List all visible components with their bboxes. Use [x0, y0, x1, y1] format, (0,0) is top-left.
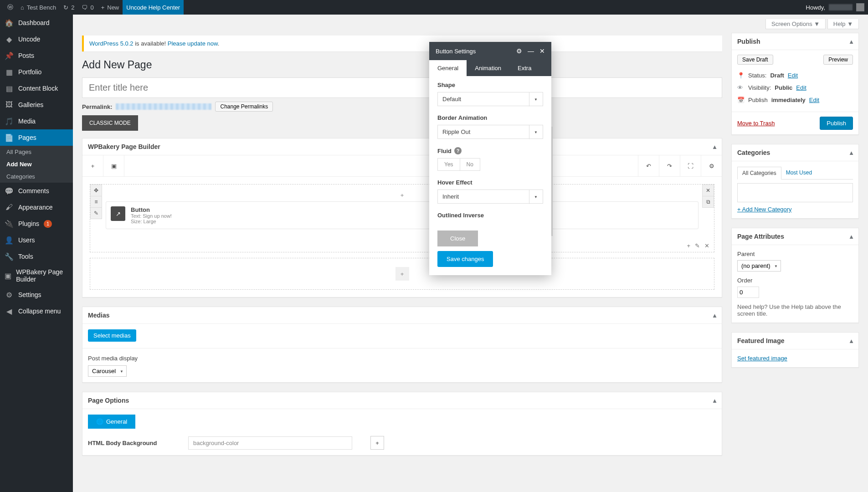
help-icon[interactable]: ? — [454, 147, 462, 154]
main-content: Screen Options ▼ Help ▼ WordPress 5.0.2 … — [73, 15, 868, 492]
fluid-no[interactable]: No — [460, 158, 480, 171]
row-delete[interactable]: ✕ — [702, 184, 714, 196]
publish-button[interactable]: Publish — [820, 117, 853, 130]
vc-undo[interactable]: ↶ — [638, 155, 659, 176]
vc-templates[interactable]: ▣ — [103, 155, 124, 176]
row-clone[interactable]: ⧉ — [702, 196, 714, 208]
tools-icon: 🔧 — [5, 252, 14, 261]
screen-options-tab[interactable]: Screen Options ▼ — [765, 19, 826, 29]
tab-all-categories[interactable]: All Categories — [737, 167, 781, 179]
modal-settings-icon[interactable]: ⚙ — [516, 47, 522, 55]
menu-tools[interactable]: 🔧Tools — [0, 248, 73, 265]
tab-most-used[interactable]: Most Used — [781, 167, 817, 179]
edit-status-link[interactable]: Edit — [788, 72, 798, 79]
preview-button[interactable]: Preview — [823, 55, 853, 65]
plus-icon: + — [401, 192, 404, 199]
save-draft-button[interactable]: Save Draft — [737, 55, 773, 65]
col-add[interactable]: + — [687, 242, 690, 249]
element-name: Button — [131, 206, 172, 213]
collapse-menu[interactable]: ◀Collapse menu — [0, 303, 73, 319]
modal-tab-animation[interactable]: Animation — [467, 60, 509, 76]
menu-plugins[interactable]: 🔌Plugins 1 — [0, 215, 73, 232]
modal-tab-general[interactable]: General — [429, 60, 467, 76]
wp-logo[interactable]: ⓦ — [4, 0, 17, 15]
uncode-help-center[interactable]: Uncode Help Center — [123, 0, 184, 15]
plus-icon: + — [401, 271, 404, 277]
update-now-link[interactable]: Please update now — [168, 40, 218, 47]
pin-icon: 📍 — [737, 72, 745, 79]
select-medias-button[interactable]: Select medias — [88, 329, 136, 342]
modal-save-button[interactable]: Save changes — [437, 251, 493, 267]
panel-toggle-icon[interactable]: ▴ — [850, 233, 853, 240]
updates-item[interactable]: ↻2 — [60, 0, 78, 15]
post-title-input[interactable] — [82, 77, 722, 98]
parent-select[interactable]: (no parent) — [737, 260, 781, 272]
post-media-display-select[interactable]: Carousel — [88, 365, 127, 377]
page-attributes-metabox: Page Attributes▴ Parent (no parent) Orde… — [731, 228, 859, 323]
shape-select[interactable]: Default — [437, 92, 543, 106]
menu-users[interactable]: 👤Users — [0, 232, 73, 248]
menu-posts[interactable]: 📌Posts — [0, 47, 73, 64]
vc-redo[interactable]: ↷ — [659, 155, 680, 176]
modal-tab-extra[interactable]: Extra — [509, 60, 539, 76]
menu-content-block[interactable]: ▤Content Block — [0, 80, 73, 97]
move-to-trash-link[interactable]: Move to Trash — [737, 120, 775, 127]
menu-portfolio[interactable]: ▦Portfolio — [0, 64, 73, 80]
submenu-categories[interactable]: Categories — [0, 170, 73, 183]
brush-icon: 🖌 — [5, 203, 14, 212]
users-icon: 👤 — [5, 236, 14, 245]
submenu-add-new[interactable]: Add New — [0, 158, 73, 170]
row-move[interactable]: ✥ — [90, 184, 102, 196]
panel-toggle-icon[interactable]: ▴ — [713, 143, 716, 150]
change-permalinks-button[interactable]: Change Permalinks — [215, 102, 273, 112]
edit-date-link[interactable]: Edit — [809, 97, 819, 103]
menu-dashboard[interactable]: 🏠Dashboard — [0, 15, 73, 31]
menu-media[interactable]: 🎵Media — [0, 113, 73, 129]
menu-pages[interactable]: 📄Pages — [0, 129, 73, 146]
row-add-before[interactable]: + — [106, 189, 699, 201]
row-columns[interactable]: ≡ — [90, 196, 102, 208]
add-row-button[interactable]: + — [395, 267, 409, 281]
bg-add-button[interactable]: + — [370, 436, 384, 450]
vc-fullscreen[interactable]: ⛶ — [680, 155, 701, 176]
comments-item[interactable]: 🗨0 — [78, 0, 97, 15]
menu-galleries[interactable]: 🖼Galleries — [0, 97, 73, 113]
site-name-item[interactable]: ⌂Test Bench — [17, 0, 60, 15]
row-edit[interactable]: ✎ — [90, 207, 102, 219]
modal-body[interactable]: Shape Default Border Animation Ripple Ou… — [429, 76, 551, 225]
button-settings-modal: Button Settings ⚙ — ✕ General Animation … — [429, 42, 551, 275]
panel-toggle-icon[interactable]: ▴ — [850, 337, 853, 344]
html-body-bg-input[interactable] — [188, 436, 352, 450]
new-content-item[interactable]: +New — [98, 0, 123, 15]
menu-appearance[interactable]: 🖌Appearance — [0, 199, 73, 215]
menu-uncode[interactable]: ◆Uncode — [0, 31, 73, 47]
set-featured-image-link[interactable]: Set featured image — [737, 355, 787, 362]
vc-add-element[interactable]: + — [82, 155, 103, 176]
panel-toggle-icon[interactable]: ▴ — [713, 312, 716, 319]
menu-settings[interactable]: ⚙Settings — [0, 287, 73, 303]
col-delete[interactable]: ✕ — [704, 242, 709, 249]
submenu-all-pages[interactable]: All Pages — [0, 146, 73, 158]
menu-comments[interactable]: 💬Comments — [0, 183, 73, 199]
fluid-yes[interactable]: Yes — [437, 158, 460, 171]
vc-settings[interactable]: ⚙ — [701, 155, 722, 176]
wp-version-link[interactable]: WordPress 5.0.2 — [89, 40, 134, 47]
order-input[interactable] — [737, 287, 759, 298]
border-animation-select[interactable]: Ripple Out — [437, 125, 543, 139]
panel-toggle-icon[interactable]: ▴ — [713, 397, 716, 404]
modal-minimize-icon[interactable]: — — [528, 47, 534, 55]
menu-wpbakery[interactable]: ▣WPBakery Page Builder — [0, 265, 73, 287]
col-edit[interactable]: ✎ — [695, 242, 700, 249]
panel-toggle-icon[interactable]: ▴ — [850, 38, 853, 45]
help-tab[interactable]: Help ▼ — [827, 19, 859, 29]
edit-visibility-link[interactable]: Edit — [796, 84, 806, 91]
modal-close-icon[interactable]: ✕ — [539, 47, 545, 55]
hover-effect-select[interactable]: Inherit — [437, 190, 543, 204]
classic-mode-button[interactable]: CLASSIC MODE — [82, 115, 138, 131]
page-options-general-tab[interactable]: 🌐General — [88, 415, 135, 429]
vc-button-element[interactable]: ↗ Button Text: Sign up now! Size: Large — [106, 201, 699, 229]
panel-toggle-icon[interactable]: ▴ — [850, 149, 853, 156]
modal-close-button[interactable]: Close — [437, 231, 478, 246]
avatar[interactable] — [856, 3, 864, 11]
add-new-category-link[interactable]: + Add New Category — [737, 206, 792, 213]
